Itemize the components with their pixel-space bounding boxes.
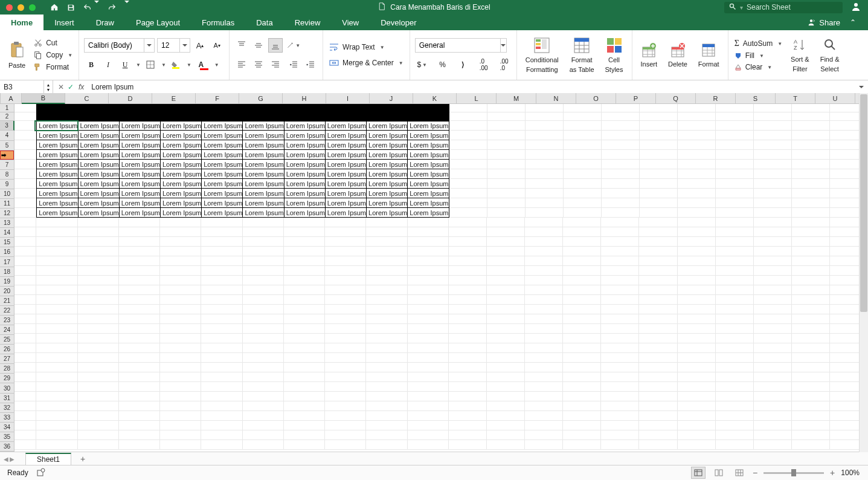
cell[interactable] — [526, 150, 564, 160]
cell[interactable]: Lorem Ipsum — [367, 150, 408, 160]
cell[interactable] — [36, 218, 77, 227]
cell[interactable] — [525, 363, 563, 372]
cell[interactable] — [243, 305, 284, 314]
cell[interactable] — [367, 104, 408, 112]
cell[interactable] — [754, 430, 792, 440]
cell[interactable] — [119, 227, 160, 237]
cell[interactable] — [639, 421, 677, 430]
cell[interactable] — [325, 324, 366, 334]
cell[interactable] — [754, 218, 792, 227]
cell[interactable] — [563, 247, 601, 256]
undo-dropdown-icon[interactable] — [94, 3, 99, 11]
row-header[interactable]: 28 — [0, 364, 14, 374]
cell[interactable] — [487, 131, 526, 140]
cell[interactable] — [487, 237, 525, 247]
cell[interactable] — [792, 440, 830, 450]
zoom-level-label[interactable]: 100% — [841, 469, 860, 477]
orientation-icon[interactable]: ▼ — [286, 38, 301, 53]
cell[interactable] — [487, 104, 526, 112]
cell[interactable] — [716, 401, 754, 411]
cell[interactable] — [716, 314, 754, 324]
cell[interactable] — [754, 440, 792, 450]
cell[interactable] — [487, 160, 526, 169]
cell[interactable]: Lorem Ipsum — [408, 169, 449, 179]
cell[interactable] — [678, 353, 716, 363]
cell[interactable] — [14, 198, 36, 208]
cell[interactable] — [449, 353, 487, 363]
cell[interactable] — [754, 121, 792, 131]
cell[interactable] — [36, 266, 77, 276]
col-header[interactable]: J — [370, 93, 413, 104]
cell[interactable] — [120, 112, 161, 121]
cell[interactable] — [14, 285, 36, 295]
cell[interactable] — [678, 411, 716, 421]
cell[interactable]: Lorem Ipsum — [367, 198, 408, 208]
cell[interactable] — [716, 198, 754, 208]
vertical-scrollbar[interactable] — [859, 93, 868, 452]
cell[interactable]: Lorem Ipsum — [120, 179, 161, 189]
cell[interactable] — [601, 411, 639, 421]
cell-styles-button[interactable]: CellStyles — [602, 36, 627, 74]
cell[interactable]: Lorem Ipsum — [243, 208, 284, 218]
cell[interactable]: Lorem Ipsum — [243, 189, 284, 198]
cell[interactable] — [14, 372, 36, 382]
cell[interactable] — [754, 334, 792, 343]
cell[interactable]: Lorem Ipsum — [79, 179, 120, 189]
cell[interactable]: Lorem Ipsum — [408, 208, 449, 218]
cell[interactable] — [78, 353, 119, 363]
cell[interactable]: Lorem Ipsum — [408, 198, 449, 208]
cell[interactable] — [119, 305, 160, 314]
cell[interactable] — [601, 218, 639, 227]
cell[interactable] — [14, 430, 36, 440]
col-header[interactable]: N — [536, 93, 576, 104]
cell[interactable] — [79, 104, 120, 112]
cell[interactable] — [487, 314, 525, 324]
cell[interactable] — [639, 218, 677, 227]
cell[interactable]: Lorem Ipsum — [367, 160, 408, 169]
cell[interactable] — [563, 392, 601, 401]
formula-input[interactable]: Lorem Ipsum — [89, 83, 855, 91]
cell[interactable] — [487, 112, 526, 121]
cell[interactable]: Lorem Ipsum — [326, 169, 367, 179]
cell[interactable] — [792, 372, 830, 382]
cell[interactable]: Lorem Ipsum — [79, 169, 120, 179]
cell[interactable] — [325, 372, 366, 382]
ribbon-tab-data[interactable]: Data — [245, 15, 283, 30]
cell[interactable] — [36, 421, 77, 430]
cell[interactable] — [487, 218, 525, 227]
cell[interactable] — [525, 430, 563, 440]
cell[interactable] — [14, 266, 36, 276]
cell[interactable] — [792, 121, 830, 131]
col-header[interactable]: A — [1, 93, 22, 104]
cell[interactable] — [36, 295, 77, 305]
cell[interactable] — [14, 256, 36, 266]
fx-icon[interactable]: fx — [79, 83, 84, 91]
cell[interactable]: Lorem Ipsum — [243, 169, 284, 179]
cell[interactable]: Lorem Ipsum — [202, 131, 243, 140]
cell[interactable] — [408, 237, 449, 247]
cell[interactable]: Lorem Ipsum — [79, 150, 120, 160]
cell[interactable] — [487, 343, 525, 353]
cell[interactable] — [201, 401, 242, 411]
cell[interactable]: Lorem Ipsum — [36, 140, 78, 150]
cell[interactable] — [78, 363, 119, 372]
cell[interactable] — [119, 343, 160, 353]
sheet-tab[interactable]: Sheet1 — [25, 453, 71, 465]
cell[interactable] — [160, 411, 201, 421]
cell[interactable] — [14, 295, 36, 305]
cell[interactable]: Lorem Ipsum — [202, 121, 243, 131]
cell[interactable] — [640, 198, 678, 208]
cell[interactable] — [487, 285, 525, 295]
cell[interactable] — [36, 112, 78, 121]
cell[interactable] — [792, 392, 830, 401]
cell[interactable] — [678, 324, 716, 334]
underline-dropdown-icon[interactable]: ▼ — [136, 62, 141, 68]
share-button[interactable]: Share — [807, 18, 840, 27]
cell[interactable] — [449, 160, 487, 169]
cell[interactable] — [243, 266, 284, 276]
number-format-dropdown[interactable] — [415, 38, 507, 53]
cell[interactable] — [487, 169, 526, 179]
col-header[interactable]: R — [696, 93, 736, 104]
cell[interactable] — [792, 198, 830, 208]
col-header[interactable]: K — [413, 93, 457, 104]
